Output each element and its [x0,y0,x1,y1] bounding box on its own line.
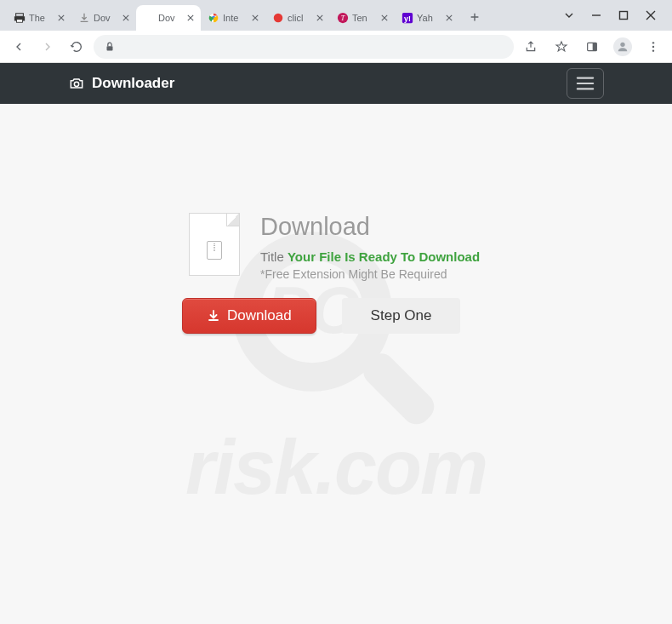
minimize-button[interactable] [590,9,602,21]
svg-rect-10 [620,12,628,20]
svg-point-16 [652,45,654,47]
reload-button[interactable] [65,35,88,59]
svg-rect-20 [357,347,440,430]
red-dot-icon [272,12,284,24]
note-line: *Free Extension Might Be Required [260,267,480,281]
tab-title: The [29,13,53,23]
side-panel-icon[interactable] [580,35,604,59]
close-icon[interactable] [121,13,131,23]
lock-icon [104,41,116,53]
close-icon[interactable] [444,13,454,23]
svg-rect-0 [16,14,24,17]
step-one-button[interactable]: Step One [342,298,461,334]
share-icon[interactable] [519,35,543,59]
watermark-text: risk.com [185,424,487,512]
tab-2-active[interactable]: Dov [136,5,201,31]
zip-file-icon [189,213,240,276]
hamburger-icon [576,76,595,91]
camera-icon [68,75,85,92]
close-window-button[interactable] [645,9,657,21]
tab-strip: The Dov Dov Inte clicl T Ten [7,5,487,31]
tab-title: Inte [223,13,247,23]
download-button[interactable]: Download [182,298,316,334]
title-line: Title Your File Is Ready To Download [260,249,480,264]
browser-titlebar: The Dov Dov Inte clicl T Ten [0,0,672,31]
window-controls [563,0,672,31]
blank-favicon-icon [143,12,155,24]
yahoo-icon: y! [401,12,413,24]
close-icon[interactable] [56,13,66,23]
tab-title: Ten [352,13,376,23]
svg-text:y!: y! [404,14,411,23]
purple-t-icon: T [337,12,349,24]
tab-title: clicl [288,13,311,23]
tab-3[interactable]: Inte [201,5,265,31]
svg-point-18 [74,82,78,86]
back-button[interactable] [7,35,31,59]
brand: Downloader [68,75,174,92]
tab-6[interactable]: y! Yah [395,5,459,31]
close-icon[interactable] [250,13,260,23]
menu-icon[interactable] [641,35,665,59]
download-button-label: Download [227,307,292,324]
profile-avatar[interactable] [611,35,635,59]
page-header: Downloader [0,63,672,104]
browser-toolbar [0,31,672,63]
chevron-down-icon[interactable] [563,9,575,21]
hamburger-button[interactable] [567,68,604,99]
svg-point-5 [274,14,283,23]
tab-5[interactable]: T Ten [330,5,395,31]
page-content: PC risk.com Download Title Your File Is … [0,104,672,624]
svg-point-17 [652,49,654,51]
svg-text:T: T [341,14,345,22]
tab-1[interactable]: Dov [71,5,136,31]
new-tab-button[interactable] [463,5,487,29]
download-heading: Download [260,213,480,241]
tab-title: Dov [158,13,182,23]
forward-button[interactable] [36,35,60,59]
bookmark-icon[interactable] [550,35,573,59]
printer-icon [14,12,26,24]
svg-rect-11 [107,46,113,50]
tab-title: Yah [417,13,441,23]
title-value: Your File Is Ready To Download [288,249,480,264]
address-bar[interactable] [94,35,514,59]
close-icon[interactable] [379,13,390,23]
chrome-icon [208,12,219,24]
svg-point-14 [620,42,624,46]
tab-title: Dov [94,13,117,23]
svg-point-15 [652,42,654,43]
tab-0[interactable]: The [7,5,71,31]
tab-4[interactable]: clicl [265,5,330,31]
maximize-button[interactable] [618,9,629,21]
svg-rect-2 [17,20,23,23]
watermark: PC risk.com [0,104,672,624]
close-icon[interactable] [315,13,325,23]
brand-text: Downloader [92,75,174,92]
title-label: Title [260,249,284,264]
download-arrow-icon [207,309,220,323]
close-icon[interactable] [185,13,196,23]
download-icon [78,12,90,24]
svg-rect-13 [593,43,597,50]
